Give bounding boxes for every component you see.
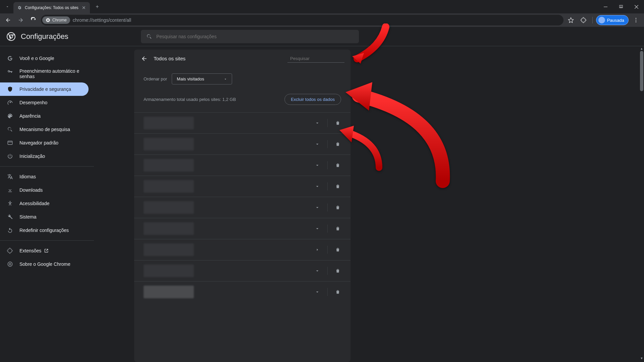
- maximize-button[interactable]: [613, 0, 629, 13]
- expand-row-button[interactable]: [314, 268, 321, 274]
- site-row[interactable]: [134, 218, 351, 239]
- sidebar-item-performance[interactable]: Desempenho: [0, 96, 89, 109]
- site-row[interactable]: [134, 155, 351, 176]
- menu-button[interactable]: [631, 15, 641, 25]
- expand-row-button[interactable]: [314, 184, 321, 189]
- sidebar-item-extensions[interactable]: Extensões: [0, 244, 89, 257]
- expand-row-button[interactable]: [314, 120, 321, 126]
- settings-content: Todos os sites Ordenar por Mais visitado…: [94, 46, 644, 362]
- svg-point-11: [10, 201, 11, 202]
- bookmark-star-icon[interactable]: [566, 15, 576, 25]
- row-separator: [327, 140, 328, 148]
- sidebar-item-label: Acessibilidade: [19, 201, 50, 206]
- chrome-origin-chip: Chrome: [42, 16, 70, 24]
- scrollbar-down-arrow[interactable]: ▼: [640, 357, 643, 360]
- sort-dropdown[interactable]: Mais visitados: [172, 73, 232, 84]
- sites-search-input[interactable]: [290, 56, 346, 61]
- back-button[interactable]: [3, 15, 13, 25]
- site-row[interactable]: [134, 281, 351, 302]
- expand-row-button[interactable]: [314, 163, 321, 168]
- speedometer-icon: [7, 99, 13, 106]
- sidebar-item-privacy[interactable]: Privacidade e segurança: [0, 82, 89, 96]
- expand-row-button[interactable]: [314, 141, 321, 147]
- address-bar[interactable]: Chrome chrome://settings/content/all: [41, 15, 564, 25]
- sidebar-item-label: Downloads: [19, 187, 43, 193]
- profile-button[interactable]: Pausada: [596, 15, 629, 25]
- sidebar-item-label: Você e o Google: [19, 56, 54, 61]
- sidebar-item-on-startup[interactable]: Inicialização: [0, 149, 89, 163]
- key-icon: [7, 68, 13, 75]
- scrollbar-thumb[interactable]: [640, 51, 643, 91]
- sidebar-item-autofill[interactable]: Preenchimento automático e senhas: [0, 65, 89, 82]
- delete-row-button[interactable]: [334, 205, 341, 210]
- delete-row-button[interactable]: [334, 141, 341, 147]
- site-row[interactable]: [134, 197, 351, 218]
- back-arrow-button[interactable]: [140, 55, 148, 63]
- delete-row-button[interactable]: [334, 226, 341, 231]
- delete-row-button[interactable]: [334, 268, 341, 274]
- page-title: Todos os sites: [154, 56, 185, 61]
- tab-close-button[interactable]: ✕: [81, 5, 87, 10]
- delete-all-button[interactable]: Excluir todos os dados: [284, 94, 341, 105]
- sidebar-item-accessibility[interactable]: Acessibilidade: [0, 197, 89, 210]
- scrollbar-up-arrow[interactable]: ▲: [640, 47, 643, 50]
- delete-row-button[interactable]: [334, 120, 341, 126]
- sidebar-item-reset[interactable]: Redefinir configurações: [0, 224, 89, 237]
- power-icon: [7, 153, 13, 160]
- sidebar-item-label: Redefinir configurações: [19, 228, 69, 233]
- close-window-button[interactable]: [629, 0, 644, 13]
- settings-search[interactable]: [141, 30, 359, 43]
- svg-point-6: [636, 20, 636, 20]
- sidebar-item-default-browser[interactable]: Navegador padrão: [0, 136, 89, 149]
- tab-search-dropdown[interactable]: [1, 2, 13, 12]
- site-row[interactable]: [134, 239, 351, 260]
- delete-row-button[interactable]: [334, 289, 341, 295]
- svg-point-12: [8, 262, 12, 266]
- sidebar-item-system[interactable]: Sistema: [0, 210, 89, 224]
- expand-row-button[interactable]: [314, 247, 321, 252]
- delete-row-button[interactable]: [334, 163, 341, 168]
- expand-row-button[interactable]: [314, 205, 321, 210]
- window-titlebar: Configurações: Todos os sites ✕ +: [0, 0, 644, 13]
- sidebar-divider: [0, 240, 94, 241]
- site-name-redacted: [144, 264, 194, 277]
- sidebar-item-downloads[interactable]: Downloads: [0, 183, 89, 197]
- sidebar-item-about[interactable]: Sobre o Google Chrome: [0, 257, 89, 271]
- sidebar-item-languages[interactable]: Idiomas: [0, 170, 89, 183]
- expand-row-button[interactable]: [314, 226, 321, 231]
- main-area: Você e o Google Preenchimento automático…: [0, 46, 644, 362]
- site-row[interactable]: [134, 133, 351, 155]
- minimize-button[interactable]: [598, 0, 613, 13]
- sites-search[interactable]: [287, 54, 344, 63]
- accessibility-icon: [7, 200, 13, 207]
- expand-row-button[interactable]: [314, 289, 321, 295]
- scrollbar-track[interactable]: [639, 46, 644, 362]
- sidebar-item-you-and-google[interactable]: Você e o Google: [0, 52, 89, 65]
- profile-label: Pausada: [607, 18, 624, 23]
- sort-row: Ordenar por Mais visitados: [134, 67, 351, 90]
- new-tab-button[interactable]: +: [93, 2, 102, 11]
- settings-search-input[interactable]: [156, 34, 354, 39]
- svg-rect-2: [620, 5, 623, 8]
- site-name-redacted: [144, 138, 194, 150]
- svg-rect-10: [8, 141, 12, 145]
- site-row[interactable]: [134, 112, 351, 133]
- delete-row-button[interactable]: [334, 247, 341, 252]
- sidebar-item-appearance[interactable]: Aparência: [0, 109, 89, 123]
- sidebar-item-label: Mecanismo de pesquisa: [19, 127, 70, 132]
- site-name-redacted: [144, 180, 194, 193]
- wrench-icon: [7, 214, 13, 220]
- tab-title: Configurações: Todos os sites: [25, 5, 78, 10]
- browser-tab[interactable]: Configurações: Todos os sites ✕: [13, 2, 90, 13]
- site-name-redacted: [144, 159, 194, 172]
- extensions-icon[interactable]: [578, 15, 589, 25]
- site-row[interactable]: [134, 260, 351, 281]
- delete-row-button[interactable]: [334, 184, 341, 189]
- row-separator: [327, 288, 328, 296]
- row-separator: [327, 246, 328, 254]
- sidebar-item-search-engine[interactable]: Mecanismo de pesquisa: [0, 123, 89, 136]
- reload-button[interactable]: [28, 15, 39, 25]
- dropdown-arrow-icon: [224, 77, 227, 81]
- site-row[interactable]: [134, 176, 351, 197]
- forward-button[interactable]: [15, 15, 26, 25]
